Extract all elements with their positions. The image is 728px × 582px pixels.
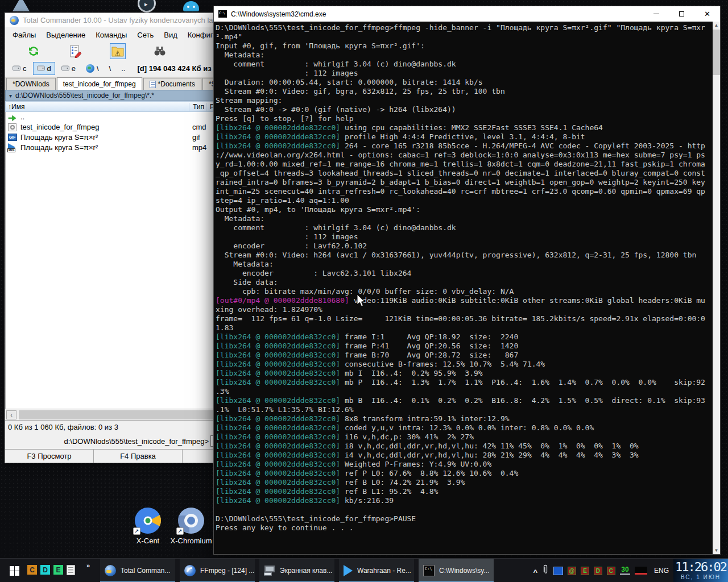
xchromium-icon: ↗ — [178, 508, 204, 534]
console-line: rained_intra=0 bframes=3 b_pyramid=2 b_a… — [216, 178, 713, 187]
cmd-app-icon — [218, 10, 227, 18]
console-line: xing overhead: 1.824970% — [216, 305, 713, 314]
tray-letter-icon-c[interactable]: C — [607, 567, 615, 575]
desktop-shortcut-label: X-Cent — [126, 537, 169, 545]
blue-window-tray-icon[interactable] — [553, 567, 563, 575]
cmd-scrollbar[interactable]: ▲ ▼ — [713, 22, 720, 554]
updir-arrow-icon — [8, 113, 16, 121]
function-key-3[interactable]: F3 Просмотр — [5, 450, 94, 463]
console-line-prefix: [libx264 @ 000002ddde832cc0] — [216, 332, 340, 341]
menu-item-1[interactable]: Файлы — [7, 29, 41, 41]
console-line-prefix: [libx264 @ 000002ddde832cc0] — [216, 487, 340, 496]
menu-item-3[interactable]: Команды — [90, 29, 132, 41]
console-line: [libx264 @ 000002ddde832cc0] ref P L0: 6… — [216, 469, 713, 478]
tray-letter-icon-e[interactable]: E — [581, 567, 589, 575]
search-button[interactable] — [152, 43, 168, 59]
column-header-name[interactable]: ↑Имя — [8, 103, 24, 111]
console-line: [libx264 @ 000002ddde832cc0] using cpu c… — [216, 123, 713, 132]
quick-launch-c[interactable]: C — [27, 565, 37, 575]
start-button[interactable] — [7, 563, 22, 578]
folder-warning-button[interactable] — [110, 43, 126, 59]
document-icon — [150, 81, 156, 88]
refresh-button[interactable] — [26, 43, 42, 59]
menu-item-5[interactable]: Вид — [159, 29, 183, 41]
refresh-icon — [27, 44, 40, 58]
quick-launch-notepad-icon[interactable] — [67, 565, 75, 575]
path-dropdown-icon[interactable]: ▾ — [9, 93, 12, 99]
taskbar-button-cmd[interactable]: C:\Windows\sy... — [419, 559, 494, 582]
scroll-up-icon[interactable]: ▲ — [713, 22, 720, 29]
total-commander-icon — [105, 565, 116, 576]
taskbar-button-player[interactable]: Warahraan - Re... — [339, 559, 414, 582]
desktop-shortcut-xcent[interactable]: ↗ X-Cent — [126, 508, 169, 545]
tab-documents[interactable]: *Documents — [143, 78, 201, 90]
tab-test_inicode_for_ffmpeg[interactable]: test_inicode_for_ffmpeg — [57, 77, 142, 90]
console-line-prefix: [libx264 @ 000002ddde832cc0] — [216, 451, 340, 459]
maximize-button[interactable] — [669, 6, 694, 22]
tray-letter-icon-d[interactable]: D — [594, 567, 602, 575]
tray-recording-indicator-icon[interactable] — [635, 567, 647, 575]
binoculars-icon — [153, 44, 167, 58]
language-indicator[interactable]: ENG — [654, 567, 669, 575]
toolbar-overflow-icon[interactable]: » — [86, 562, 89, 569]
network-drive-button[interactable]: \ — [82, 62, 103, 75]
console-line-prefix: [libx264 @ 000002ddde832cc0] — [216, 378, 340, 386]
tab-downlods[interactable]: *DOWNlods — [6, 78, 56, 90]
console-line: : 112 images — [216, 232, 713, 242]
console-line-prefix: [libx264 @ 000002ddde832cc0] — [216, 132, 340, 141]
console-line-prefix: [libx264 @ 000002ddde832cc0] — [216, 460, 340, 468]
edit-list-button[interactable] — [68, 43, 84, 59]
console-line: ².mp4" — [216, 32, 713, 41]
scroll-left-icon[interactable]: ‹ — [6, 410, 16, 419]
scrollbar-thumb[interactable] — [713, 30, 720, 75]
quick-launch-d[interactable]: D — [40, 565, 50, 575]
close-button[interactable]: ✕ — [694, 6, 720, 22]
clock-time: 11:26:02 — [673, 560, 728, 575]
console-line: encoder : Lavf62.0.102 — [216, 242, 713, 251]
desktop-icon-triangle-partial[interactable] — [13, 0, 30, 11]
file-type: gif — [192, 133, 200, 142]
drive-icon — [13, 65, 20, 71]
paperclip-tray-icon[interactable] — [542, 564, 549, 577]
console-line: Input #0, gif, from 'Площадь круга S=πxr… — [216, 41, 713, 51]
column-header-type[interactable]: Тип — [189, 103, 204, 111]
taskbar-button-label: Warahraan - Re... — [357, 567, 411, 575]
quick-launch-e[interactable]: E — [53, 565, 63, 575]
menu-item-4[interactable]: Сеть — [132, 29, 159, 41]
taskbar-clock[interactable]: 11:26:02 ВС, 1 ИЮН — [673, 559, 728, 582]
tray-expand-icon[interactable]: ^ — [533, 568, 537, 576]
cmd-window-title: C:\Windows\system32\cmd.exe — [231, 10, 643, 18]
console-line: ://www.videolan.org/x264.html - options:… — [216, 151, 713, 160]
console-line-prefix: [libx264 @ 000002ddde832cc0] — [216, 414, 340, 423]
tray-counter-icon[interactable]: 30 — [620, 566, 630, 575]
root-dir-button[interactable]: \ — [105, 62, 115, 75]
windows-logo-icon — [10, 566, 19, 576]
desktop-icon-android-partial[interactable] — [183, 1, 199, 11]
console-line: Metadata: — [216, 260, 713, 269]
parent-dir-button[interactable]: .. — [117, 62, 129, 75]
clock-date: ВС, 1 ИЮН — [673, 575, 728, 580]
tc-command-prompt: d:\DOWNlods\555\test_inicode_for_ffmpeg> — [5, 437, 209, 446]
console-line: [libx264 @ 000002ddde832cc0] 264 - core … — [216, 142, 713, 151]
total-commander-app-icon — [10, 16, 19, 25]
taskbar-button-keyboard[interactable]: Экранная клав... — [259, 559, 334, 582]
drive-button-d[interactable]: d — [33, 62, 55, 75]
desktop-shortcut-label: X-Chromium — [169, 537, 213, 545]
drive-button-c[interactable]: c — [9, 62, 31, 75]
console-line: Press any key to continue . . . — [216, 523, 713, 533]
cmd-titlebar[interactable]: C:\Windows\system32\cmd.exe ✕ — [214, 6, 720, 22]
taskbar-button-totalcmd[interactable]: Total Comman... — [100, 559, 175, 582]
taskbar-button-ffmpeg[interactable]: FFmpeg - [124] ... — [180, 559, 255, 582]
taskbar-button-label: Total Comman... — [121, 567, 170, 575]
scroll-down-icon[interactable]: ▼ — [713, 547, 720, 554]
console-line-prefix: [libx264 @ 000002ddde832cc0] — [216, 342, 340, 350]
desktop-icon-circle-partial[interactable]: ▸ — [138, 0, 156, 13]
tray-letter-icon-at[interactable]: @ — [568, 567, 576, 575]
drive-button-e[interactable]: e — [57, 62, 80, 75]
menu-item-2[interactable]: Выделение — [41, 29, 90, 41]
desktop-shortcut-xchromium[interactable]: ↗ X-Chromium — [169, 508, 213, 545]
console-line — [216, 505, 713, 514]
console-line: Duration: 00:00:05.44, start: 0.000000, … — [216, 78, 713, 87]
minimize-button[interactable] — [643, 6, 669, 22]
function-key-4[interactable]: F4 Правка — [94, 450, 183, 463]
